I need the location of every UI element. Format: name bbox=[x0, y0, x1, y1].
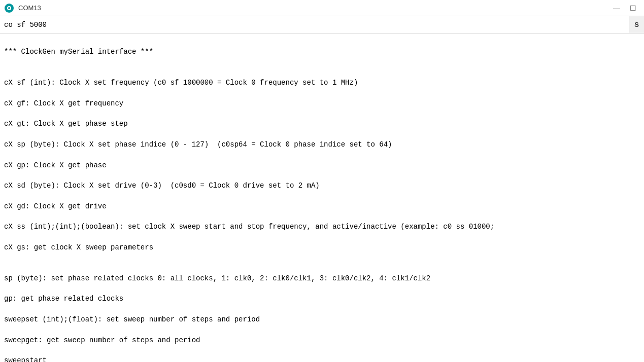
terminal-line: cX sp (byte): Clock X set phase indice (… bbox=[4, 139, 640, 150]
input-bar: S bbox=[0, 16, 644, 33]
svg-point-2 bbox=[8, 7, 10, 9]
command-input[interactable] bbox=[0, 16, 629, 33]
window-title: COM13 bbox=[18, 4, 609, 12]
title-bar: COM13 — ☐ bbox=[0, 0, 644, 16]
terminal-line bbox=[4, 67, 640, 78]
terminal-line: *** ClockGen mySerial interface *** bbox=[4, 47, 640, 57]
terminal-line: cX sd (byte): Clock X set drive (0-3) (c… bbox=[4, 180, 640, 191]
minimize-button[interactable]: — bbox=[609, 3, 624, 14]
terminal-line: sp (byte): set phase related clocks 0: a… bbox=[4, 273, 640, 283]
terminal-line: gp: get phase related clocks bbox=[4, 294, 640, 304]
terminal-line: cX gf: Clock X get frequency bbox=[4, 98, 640, 108]
terminal-line: cX gs: get clock X sweep parameters bbox=[4, 242, 640, 252]
app-logo bbox=[4, 3, 14, 13]
terminal-output: *** ClockGen mySerial interface *** cX s… bbox=[0, 33, 644, 362]
terminal-line: cX gd: Clock X get drive bbox=[4, 201, 640, 211]
terminal-line: cX sf (int): Clock X set frequency (c0 s… bbox=[4, 78, 640, 88]
terminal-line: cX gt: Clock X get phase step bbox=[4, 119, 640, 129]
terminal-line: sweepset (int);(float): set sweep number… bbox=[4, 314, 640, 324]
terminal-line: sweepget: get sweep number of steps and … bbox=[4, 335, 640, 345]
terminal-line: cX ss (int);(int);(boolean): set clock X… bbox=[4, 222, 640, 232]
window-controls: — ☐ bbox=[609, 3, 640, 14]
terminal-line: sweepstart bbox=[4, 355, 640, 362]
send-button[interactable]: S bbox=[629, 16, 644, 33]
maximize-button[interactable]: ☐ bbox=[626, 3, 640, 14]
terminal-line bbox=[4, 263, 640, 273]
terminal-line: cX gp: Clock X get phase bbox=[4, 160, 640, 170]
